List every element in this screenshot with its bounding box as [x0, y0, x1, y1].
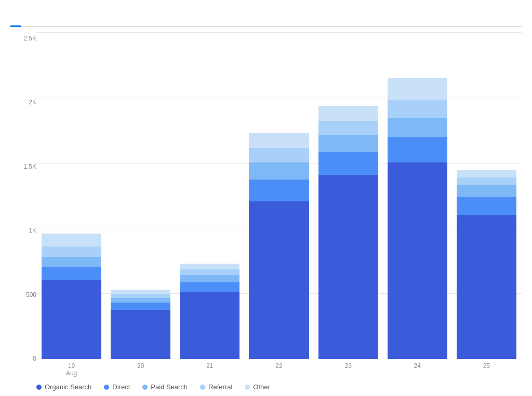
bar-stack	[249, 87, 309, 359]
legend-item: Paid Search	[142, 383, 188, 391]
bar-segment-referral	[42, 247, 101, 257]
y-axis-label: 0	[33, 355, 36, 362]
y-axis-label: 2K	[29, 99, 36, 106]
bar-segment-direct	[180, 282, 240, 292]
legend-label: Organic Search	[45, 383, 91, 391]
bar-group	[318, 32, 378, 359]
y-axis-label: 500	[26, 291, 36, 298]
x-axis-label: 25	[457, 359, 516, 378]
legend-dot-direct	[104, 385, 109, 390]
bar-segment-referral	[388, 100, 447, 118]
bar-segment-organicSearch	[318, 175, 378, 359]
legend-dot-organicSearch	[36, 385, 42, 390]
bar-stack	[457, 111, 516, 359]
bar-segment-organicSearch	[249, 201, 309, 359]
bar-segment-other	[388, 78, 447, 100]
dashboard-container: 2.5K2K1.5K1K5000 19 Aug202122232425	[0, 0, 532, 396]
x-axis: 19 Aug202122232425	[36, 359, 522, 378]
legend-dot-other	[245, 385, 250, 390]
bar-group	[388, 32, 447, 359]
bars-container	[36, 32, 522, 359]
legend-label: Other	[253, 383, 270, 391]
chart-wrapper: 2.5K2K1.5K1K5000 19 Aug202122232425	[10, 32, 522, 378]
bar-segment-organicSearch	[42, 280, 101, 359]
tab-bar	[10, 17, 522, 27]
bar-segment-other	[457, 170, 516, 177]
bar-segment-direct	[249, 180, 309, 201]
bar-segment-organicSearch	[111, 310, 170, 359]
bar-group	[42, 32, 101, 359]
bar-stack	[318, 72, 378, 359]
bar-segment-paidSearch	[42, 257, 101, 267]
y-axis: 2.5K2K1.5K1K5000	[10, 32, 36, 378]
bar-segment-referral	[111, 294, 170, 298]
legend-item: Direct	[104, 383, 130, 391]
bar-group	[111, 32, 170, 359]
bar-group	[249, 32, 309, 359]
bar-segment-other	[180, 264, 240, 269]
bar-stack	[111, 209, 170, 359]
tab-source-medium[interactable]	[21, 17, 31, 26]
bar-segment-paidSearch	[457, 185, 516, 197]
bar-segment-paidSearch	[388, 118, 447, 137]
bar-stack	[388, 56, 447, 359]
bar-segment-organicSearch	[457, 215, 516, 359]
x-axis-label: 23	[318, 359, 378, 378]
bar-segment-direct	[457, 197, 516, 215]
bar-segment-direct	[388, 137, 447, 162]
bar-segment-other	[249, 133, 309, 148]
tab-referrals[interactable]	[31, 17, 42, 26]
bar-segment-paidSearch	[318, 135, 378, 152]
legend-label: Referral	[208, 383, 232, 391]
legend-dot-referral	[200, 385, 205, 390]
bar-segment-direct	[318, 152, 378, 175]
y-axis-label: 1K	[29, 227, 36, 234]
legend-label: Paid Search	[151, 383, 188, 391]
y-axis-label: 1.5K	[23, 163, 36, 170]
x-axis-label: 22	[249, 359, 309, 378]
bar-segment-other	[42, 234, 101, 247]
bar-segment-referral	[180, 269, 240, 275]
bar-segment-paidSearch	[249, 162, 309, 180]
bar-segment-referral	[249, 148, 309, 162]
legend-label: Direct	[112, 383, 130, 391]
bar-segment-organicSearch	[180, 292, 240, 359]
bar-segment-paidSearch	[180, 275, 240, 282]
chart-inner: 19 Aug202122232425	[36, 32, 522, 378]
legend-item: Other	[245, 383, 270, 391]
bars-and-grid	[36, 32, 522, 359]
bar-segment-organicSearch	[388, 162, 447, 359]
bars-row	[36, 32, 522, 359]
y-axis-label: 2.5K	[23, 35, 36, 42]
bar-segment-paidSearch	[111, 298, 170, 303]
bar-segment-direct	[111, 303, 170, 310]
legend: Organic SearchDirectPaid SearchReferralO…	[10, 378, 522, 391]
bar-segment-direct	[42, 267, 101, 280]
legend-item: Referral	[200, 383, 232, 391]
bar-group	[180, 32, 240, 359]
bar-segment-other	[318, 106, 378, 121]
legend-dot-paidSearch	[142, 385, 148, 390]
legend-item: Organic Search	[36, 383, 91, 391]
bar-segment-referral	[318, 121, 378, 135]
bar-group	[457, 32, 516, 359]
bar-segment-referral	[457, 177, 516, 185]
bar-stack	[180, 183, 240, 359]
chart-area: 2.5K2K1.5K1K5000 19 Aug202122232425	[10, 32, 522, 391]
tab-traffic-channel[interactable]	[10, 17, 21, 26]
x-axis-label: 24	[388, 359, 447, 378]
x-axis-label: 21	[180, 359, 240, 378]
bar-segment-other	[111, 290, 170, 294]
x-axis-label: 19 Aug	[42, 359, 101, 378]
x-axis-label: 20	[111, 359, 170, 378]
bar-stack	[42, 156, 101, 359]
